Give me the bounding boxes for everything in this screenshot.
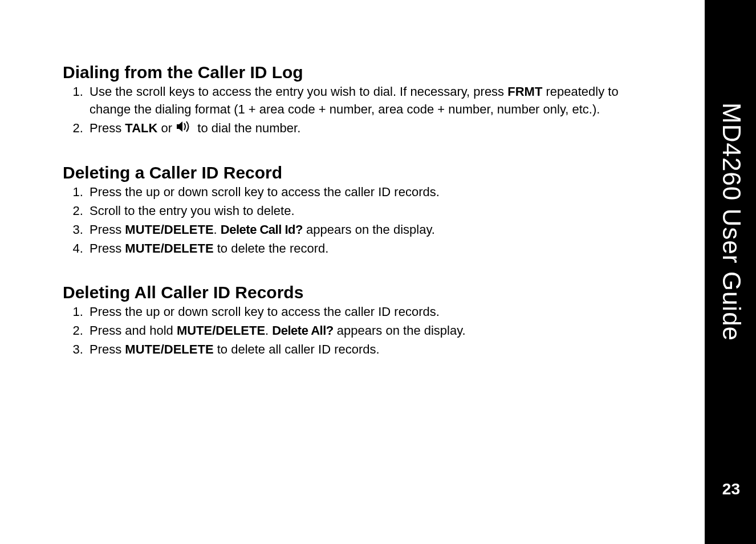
text: Press the up or down scroll key to acces…	[90, 305, 440, 319]
sidebar: MD4260 User Guide 23	[705, 0, 756, 544]
text: Press	[90, 121, 125, 135]
key-mute-delete: MUTE/DELETE	[125, 241, 213, 255]
text: Press	[90, 342, 125, 356]
page-content: Dialing from the Caller ID Log Use the s…	[63, 63, 644, 384]
list-item: Press MUTE/DELETE to delete the record.	[87, 240, 644, 258]
display-text: Delete All?	[272, 323, 333, 338]
list-item: Press TALK or to dial the number.	[87, 120, 644, 138]
list-item: Press MUTE/DELETE. Delete Call Id? appea…	[87, 221, 644, 239]
list-item: Press the up or down scroll key to acces…	[87, 303, 644, 321]
heading-delete-all: Deleting All Caller ID Records	[63, 283, 644, 302]
list-item: Press the up or down scroll key to acces…	[87, 184, 644, 201]
key-mute-delete: MUTE/DELETE	[125, 342, 213, 356]
list-delete-record: Press the up or down scroll key to acces…	[63, 184, 644, 257]
page-number: 23	[722, 480, 740, 498]
key-talk: TALK	[125, 121, 157, 135]
list-delete-all: Press the up or down scroll key to acces…	[63, 303, 644, 358]
heading-dialing: Dialing from the Caller ID Log	[63, 63, 644, 82]
text: Use the scroll keys to access the entry …	[90, 84, 507, 99]
key-frmt: FRMT	[507, 84, 542, 99]
text: or	[157, 121, 176, 135]
section-delete-all: Deleting All Caller ID Records Press the…	[63, 283, 644, 358]
text: appears on the display.	[303, 222, 435, 237]
section-delete-record: Deleting a Caller ID Record Press the up…	[63, 163, 644, 257]
text: to dial the number.	[194, 121, 300, 135]
text: .	[265, 323, 272, 338]
speaker-icon	[177, 120, 193, 137]
section-dialing: Dialing from the Caller ID Log Use the s…	[63, 63, 644, 137]
text: Press and hold	[90, 323, 177, 338]
text: Scroll to the entry you wish to delete.	[90, 204, 295, 218]
document-title: MD4260 User Guide	[717, 103, 746, 341]
list-item: Press and hold MUTE/DELETE. Delete All? …	[87, 322, 644, 340]
display-text: Delete Call Id?	[221, 222, 303, 237]
text: .	[214, 222, 221, 237]
text: Press the up or down scroll key to acces…	[90, 185, 440, 199]
text: Press	[90, 222, 125, 237]
text: Press	[90, 241, 125, 255]
text: to delete the record.	[214, 241, 329, 255]
list-item: Press MUTE/DELETE to delete all caller I…	[87, 341, 644, 359]
list-dialing: Use the scroll keys to access the entry …	[63, 83, 644, 137]
list-item: Use the scroll keys to access the entry …	[87, 83, 644, 119]
key-mute-delete: MUTE/DELETE	[177, 323, 265, 338]
heading-delete-record: Deleting a Caller ID Record	[63, 163, 644, 182]
text: appears on the display.	[334, 323, 466, 338]
text: to delete all caller ID records.	[214, 342, 380, 356]
key-mute-delete: MUTE/DELETE	[125, 222, 213, 237]
list-item: Scroll to the entry you wish to delete.	[87, 202, 644, 220]
